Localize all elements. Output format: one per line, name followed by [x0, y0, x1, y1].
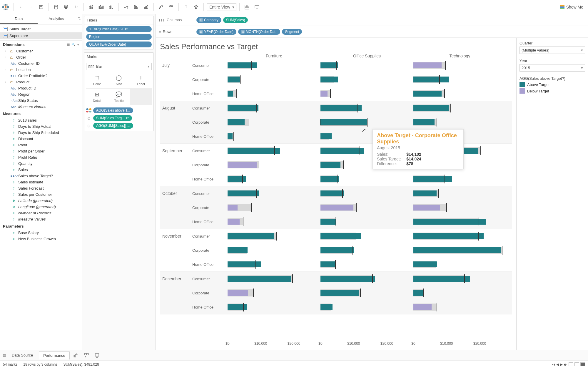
- filter-pill[interactable]: Region: [86, 34, 152, 40]
- menu-icon[interactable]: ▾: [77, 43, 79, 47]
- datasources-list: Sales TargetSuperstore: [0, 24, 82, 41]
- field-item[interactable]: #Sales estimate: [0, 179, 82, 185]
- new-sheet-button[interactable]: [87, 3, 96, 11]
- field-item[interactable]: #Profit: [0, 142, 82, 148]
- field-item[interactable]: #Sales: [0, 167, 82, 173]
- nav-first-icon[interactable]: ⏮: [552, 362, 555, 367]
- view-full-icon[interactable]: [580, 362, 585, 366]
- field-item[interactable]: #Sales per Customer: [0, 191, 82, 198]
- shelf-pill[interactable]: ⊞Category: [196, 17, 221, 23]
- pin-button[interactable]: [192, 3, 201, 11]
- field-item[interactable]: AbcRegion: [0, 91, 82, 97]
- forward-button[interactable]: →: [27, 3, 36, 11]
- shelf-pill[interactable]: Segment: [282, 29, 302, 35]
- field-item[interactable]: #Discount: [0, 136, 82, 142]
- filter-pill[interactable]: QUARTER(Order Date): [86, 42, 152, 47]
- mark-type-selector[interactable]: ▯▯▯Bar: [86, 63, 152, 70]
- clear-sheet-button[interactable]: [107, 3, 116, 11]
- labels-button[interactable]: T: [182, 3, 191, 11]
- quarter-selector[interactable]: (Multiple values): [519, 47, 585, 54]
- rows-shelf[interactable]: ≡Rows ⊞YEAR(Order Date)⊞MONTH(Order Dat.…: [156, 26, 588, 38]
- field-item[interactable]: ›🗀Location: [0, 67, 82, 73]
- sheet-tab-performance[interactable]: Performance: [39, 351, 69, 359]
- field-item[interactable]: ›🗀Product: [0, 79, 82, 85]
- duplicate-sheet-button[interactable]: [97, 3, 106, 11]
- field-item[interactable]: AbcMeasure Names: [0, 104, 82, 110]
- dashboard-button[interactable]: [243, 3, 251, 11]
- field-item[interactable]: #Quantity: [0, 160, 82, 167]
- mark-pill-row[interactable]: AGG(Sales above T...: [86, 107, 152, 113]
- legend-above[interactable]: Above Target: [519, 82, 585, 87]
- field-item[interactable]: ›🗀Customer: [0, 48, 82, 54]
- show-me-button[interactable]: Show Me: [557, 4, 586, 11]
- field-item[interactable]: #Measure Values: [0, 216, 82, 222]
- mark-pill-row[interactable]: ⊙SUM(Sales Targ.. ⟳: [86, 115, 152, 121]
- fit-selector[interactable]: Entire View: [207, 3, 236, 11]
- month-label: November: [160, 234, 192, 238]
- filter-pill[interactable]: YEAR(Order Date): 2015: [86, 26, 152, 32]
- field-item[interactable]: #Base Salary: [0, 230, 82, 236]
- filters-card: Filters YEAR(Order Date): 2015RegionQUAR…: [84, 16, 154, 49]
- nav-prev-icon[interactable]: ◀: [556, 362, 559, 367]
- search-icon[interactable]: 🔍: [71, 43, 76, 47]
- save-button[interactable]: [37, 3, 46, 11]
- field-item[interactable]: ⊕Latitude (generated): [0, 198, 82, 204]
- field-item[interactable]: #New Business Growth: [0, 236, 82, 242]
- field-item[interactable]: AbcProduct ID: [0, 85, 82, 91]
- datasource-item[interactable]: Superstore: [0, 32, 82, 39]
- pane-menu-icon[interactable]: ⇅: [75, 14, 82, 24]
- tab-analytics[interactable]: Analytics: [38, 14, 75, 24]
- field-item[interactable]: =AbcShip Status: [0, 97, 82, 104]
- refresh-button[interactable]: ↻: [72, 3, 81, 11]
- view-as-icon[interactable]: ▦: [67, 43, 70, 47]
- group-button[interactable]: [167, 3, 176, 11]
- svg-rect-12: [103, 6, 103, 9]
- mark-pill-row[interactable]: ⊙AGG(SUM([Sales])-...: [86, 123, 152, 129]
- new-story-button[interactable]: [93, 351, 101, 360]
- field-item[interactable]: AbcCustomer ID: [0, 60, 82, 67]
- field-item[interactable]: #Number of Records: [0, 210, 82, 216]
- pause-updates-button[interactable]: [62, 3, 71, 11]
- new-worksheet-button[interactable]: [71, 351, 80, 360]
- field-item[interactable]: #Profit per Order: [0, 148, 82, 154]
- field-item[interactable]: #Profit Ratio: [0, 154, 82, 160]
- columns-shelf[interactable]: ⫿⫿⫿Columns ⊞CategorySUM(Sales): [156, 14, 588, 26]
- datasource-item[interactable]: Sales Target: [0, 26, 82, 32]
- field-item[interactable]: #Sales Forecast: [0, 185, 82, 191]
- mark-label-button[interactable]: TLabel: [130, 72, 152, 88]
- month-label: October: [160, 191, 192, 196]
- nav-next-icon[interactable]: ▶: [560, 362, 563, 367]
- year-selector[interactable]: 2015: [519, 64, 585, 72]
- shelf-pill[interactable]: ⊞YEAR(Order Date): [196, 29, 236, 35]
- field-item[interactable]: ⊕Longitude (generated): [0, 204, 82, 210]
- field-item[interactable]: =T|FOrder Profitable?: [0, 73, 82, 79]
- shelf-pill[interactable]: SUM(Sales): [223, 17, 248, 23]
- new-datasource-button[interactable]: [52, 3, 61, 11]
- nav-last-icon[interactable]: ⏭: [564, 362, 567, 367]
- field-item[interactable]: =AbcSales above Target?: [0, 173, 82, 179]
- highlight-button[interactable]: [157, 3, 166, 11]
- svg-rect-11: [102, 7, 102, 9]
- swap-button[interactable]: [122, 3, 131, 11]
- shelf-pill[interactable]: ⊞MONTH(Order Dat..: [238, 29, 280, 35]
- legend-below[interactable]: Below Target: [519, 88, 585, 94]
- field-item[interactable]: ›🗀Order: [0, 54, 82, 60]
- view-grid-icon[interactable]: [569, 362, 573, 366]
- mark-tooltip-button[interactable]: 💬Tooltip: [108, 89, 130, 105]
- field-item[interactable]: #Days to Ship Scheduled: [0, 130, 82, 136]
- tab-data[interactable]: Data: [0, 14, 38, 24]
- mark-color-button[interactable]: ⬚Color: [86, 72, 108, 88]
- datasource-tab-icon[interactable]: ▦: [2, 353, 6, 357]
- presentation-button[interactable]: [253, 3, 261, 11]
- mark-size-button[interactable]: ◯Size: [108, 72, 130, 88]
- sort-desc-button[interactable]: [142, 3, 151, 11]
- data-source-tab[interactable]: Data Source: [8, 351, 37, 359]
- view-list-icon[interactable]: [574, 362, 579, 366]
- sort-asc-button[interactable]: [132, 3, 141, 11]
- field-item[interactable]: #2013 sales: [0, 117, 82, 123]
- new-dashboard-button[interactable]: [82, 351, 91, 360]
- mark-detail-button[interactable]: ⊞Detail: [86, 89, 108, 105]
- field-item[interactable]: #Days to Ship Actual: [0, 123, 82, 130]
- back-button[interactable]: ←: [17, 3, 26, 11]
- chart-grid[interactable]: JulyConsumerCorporateHome OfficeAugustCo…: [160, 58, 512, 341]
